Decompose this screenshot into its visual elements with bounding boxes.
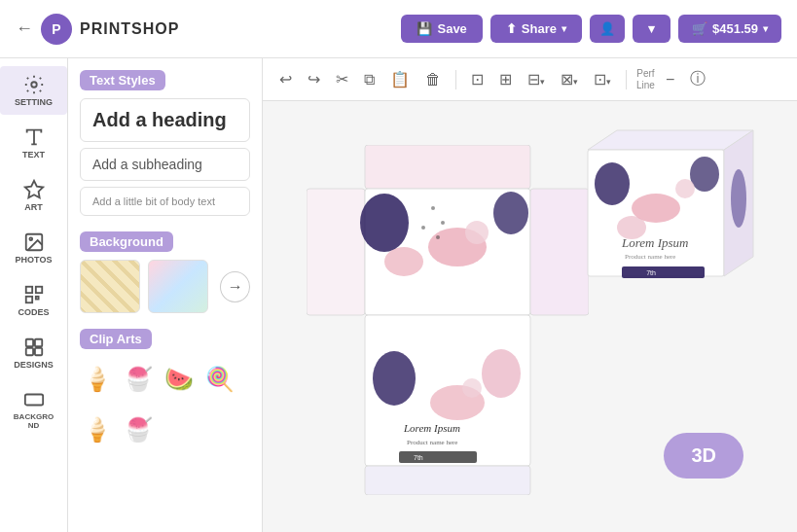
svg-point-25 — [441, 221, 445, 225]
undo-button[interactable]: ↩ — [274, 66, 297, 92]
add-body-text-item[interactable]: Add a little bit of body text — [80, 187, 250, 216]
background-thumb-1[interactable] — [80, 260, 140, 313]
sidebar-item-designs[interactable]: DESIGNS — [0, 329, 67, 377]
clip-arts-label: Clip Arts — [80, 329, 152, 349]
svg-point-24 — [431, 206, 435, 210]
arrange-chevron-icon: ▾ — [573, 77, 578, 87]
user-icon: 👤 — [599, 21, 615, 36]
svg-rect-47 — [622, 266, 705, 278]
redo-button[interactable]: ↪ — [303, 66, 325, 92]
svg-text:Lorem Ipsum: Lorem Ipsum — [621, 235, 689, 250]
art-icon — [23, 179, 45, 200]
svg-rect-4 — [25, 287, 31, 293]
background-label: Background — [80, 231, 173, 252]
align-chevron-icon: ▾ — [540, 77, 545, 87]
sidebar-item-setting[interactable]: SETTING — [0, 66, 67, 115]
clip-art-watermelon[interactable]: 🍉 — [162, 357, 197, 402]
codes-icon — [23, 284, 45, 305]
save-button[interactable]: 💾 Save — [401, 15, 482, 43]
copy-button[interactable]: ⧉ — [359, 67, 380, 92]
background-thumb-2[interactable] — [148, 260, 208, 313]
perf-line-label: PerfLine — [636, 68, 655, 91]
svg-rect-10 — [25, 348, 32, 355]
sidebar-item-photos[interactable]: PHOTOS — [0, 224, 67, 272]
toolbar-divider-1 — [455, 70, 456, 89]
clip-art-icecream-1[interactable]: 🍦 — [80, 357, 115, 402]
logo-icon-text: P — [52, 21, 60, 37]
distribute-button[interactable]: ⊡▾ — [589, 66, 616, 92]
info-button[interactable]: ⓘ — [685, 65, 710, 93]
clip-art-icecream-3[interactable]: 🍦 — [80, 408, 115, 452]
group-button[interactable]: ⊞ — [494, 66, 517, 92]
svg-rect-34 — [399, 451, 477, 463]
clip-art-icecream-2[interactable]: 🍧 — [121, 357, 156, 402]
sidebar-item-codes[interactable]: CODES — [0, 276, 67, 325]
sidebar-item-background[interactable]: BACKGROND — [0, 381, 67, 438]
svg-point-0 — [31, 82, 37, 88]
3d-box-design: Lorem Ipsum Product name here 7th — [559, 121, 782, 310]
svg-point-44 — [731, 169, 746, 228]
setting-icon — [23, 74, 45, 95]
sidebar-icons: SETTING TEXT ART PHOTOS — [0, 58, 68, 532]
svg-point-26 — [421, 226, 425, 230]
sidebar-label-background: BACKGROND — [14, 412, 54, 430]
header: ← P PRINTSHOP 💾 Save ⬆ Share ▾ 👤 ▾ — [0, 0, 797, 58]
photos-icon — [23, 231, 45, 253]
share-button[interactable]: ⬆ Share ▾ — [490, 15, 582, 43]
text-styles-label: Text Styles — [80, 70, 165, 90]
header-left: ← P PRINTSHOP — [16, 14, 389, 45]
distribute-chevron-icon: ▾ — [606, 77, 611, 87]
svg-rect-18 — [365, 466, 530, 495]
cut-button[interactable]: ✂ — [331, 66, 353, 92]
3d-toggle-button[interactable]: 3D — [664, 433, 743, 479]
cart-chevron-icon: ▾ — [763, 23, 768, 34]
user-chevron-button[interactable]: ▾ — [633, 15, 670, 43]
cart-price: $451.59 — [712, 21, 758, 36]
sidebar-item-art[interactable]: ART — [0, 171, 67, 220]
sidebar-label-setting: SETTING — [15, 97, 53, 107]
flat-box-design: Lorem Ipsum Product name here 7th — [307, 145, 589, 495]
svg-point-28 — [373, 351, 416, 406]
logo-icon: P — [41, 14, 72, 45]
right-area: ↩ ↪ ✂ ⧉ 📋 🗑 ⊡ ⊞ ⊟▾ ⊠▾ ⊡▾ PerfLin — [263, 58, 797, 532]
left-panel: Text Styles Add a heading Add a subheadi… — [68, 58, 263, 532]
back-button[interactable]: ← — [16, 18, 33, 39]
user-button[interactable]: 👤 — [590, 15, 625, 43]
share-icon: ⬆ — [506, 21, 517, 36]
sidebar-label-designs: DESIGNS — [14, 360, 54, 370]
clip-art-popsicle[interactable]: 🍭 — [202, 357, 237, 402]
arrange-button[interactable]: ⊠▾ — [556, 66, 583, 92]
background-arrow-button[interactable]: → — [220, 271, 250, 302]
svg-point-19 — [360, 194, 409, 252]
svg-text:7th: 7th — [414, 454, 423, 461]
add-heading-item[interactable]: Add a heading — [80, 98, 250, 142]
svg-marker-1 — [24, 181, 42, 197]
background-icon — [23, 389, 45, 410]
svg-point-22 — [384, 247, 423, 276]
minus-button[interactable]: − — [661, 67, 679, 92]
svg-point-23 — [465, 221, 489, 244]
share-label: Share — [522, 21, 557, 36]
clip-art-icecream-4[interactable]: 🍧 — [121, 408, 156, 452]
user-chevron-icon: ▾ — [648, 21, 655, 36]
sidebar-item-text[interactable]: TEXT — [0, 119, 67, 167]
background-thumbnails: → — [80, 260, 250, 313]
share-chevron-icon: ▾ — [562, 23, 566, 34]
toolbar-divider-2 — [626, 70, 627, 89]
svg-rect-13 — [365, 145, 530, 189]
svg-rect-12 — [24, 395, 42, 406]
svg-point-20 — [493, 192, 528, 234]
canvas-area[interactable]: Lorem Ipsum Product name here 7th — [263, 101, 797, 532]
svg-rect-5 — [35, 287, 41, 293]
cart-icon: 🛒 — [692, 21, 707, 36]
cart-button[interactable]: 🛒 $451.59 ▾ — [678, 15, 781, 43]
resize-button[interactable]: ⊡ — [466, 66, 489, 92]
clip-arts-section: Clip Arts 🍦 🍧 🍉 🍭 🍦 🍧 — [80, 329, 250, 452]
main-area: SETTING TEXT ART PHOTOS — [0, 58, 797, 532]
delete-button[interactable]: 🗑 — [420, 67, 446, 92]
sidebar-label-text: TEXT — [22, 150, 45, 160]
align-button[interactable]: ⊟▾ — [523, 66, 550, 92]
header-actions: 💾 Save ⬆ Share ▾ 👤 ▾ 🛒 $451.59 ▾ — [401, 15, 781, 43]
add-subheading-item[interactable]: Add a subheading — [80, 148, 250, 181]
paste-button[interactable]: 📋 — [385, 66, 415, 92]
